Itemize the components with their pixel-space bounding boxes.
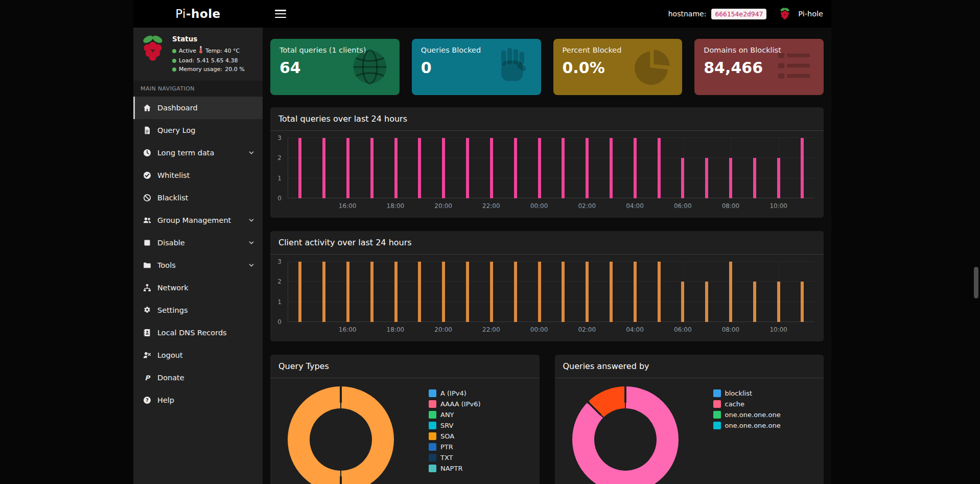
sidebar-item-network[interactable]: Network <box>133 276 263 299</box>
x-tick-label: 04:00 <box>626 202 644 210</box>
queries-answered-panel: Queries answered by blocklistcacheone.on… <box>555 355 824 484</box>
plot-area <box>288 262 814 322</box>
pihole-logo-icon <box>139 34 166 65</box>
gears-icon <box>142 306 152 314</box>
legend-item[interactable]: cache <box>713 400 781 408</box>
bar <box>514 262 517 322</box>
sidebar-item-donate[interactable]: P Donate <box>133 366 263 389</box>
bar <box>514 138 517 198</box>
legend-item[interactable]: AAAA (IPv6) <box>429 400 481 408</box>
legend-item[interactable]: NAPTR <box>429 465 481 472</box>
bar <box>442 138 445 198</box>
scrollbar-thumb[interactable] <box>974 267 978 298</box>
chevron-down-icon <box>248 262 254 268</box>
bar <box>586 262 589 322</box>
sidebar-item-label: Donate <box>157 374 256 382</box>
legend-item[interactable]: one.one.one.one <box>713 422 781 429</box>
sidebar-item-group-management[interactable]: Group Management <box>133 209 263 232</box>
x-tick-label: 18:00 <box>387 202 405 210</box>
top-navbar: Pi-hole hostname: 666154e2d947 Pi-hole <box>133 0 831 28</box>
total-queries-card[interactable]: Total queries (1 clients) 64 <box>270 39 400 95</box>
bar <box>705 158 708 198</box>
panel-title: Queries answered by <box>555 355 824 378</box>
sidebar-item-settings[interactable]: Settings <box>133 299 263 321</box>
stop-icon <box>142 239 152 247</box>
y-tick-label: 2 <box>277 278 282 285</box>
svg-text:?: ? <box>146 397 149 403</box>
app-window: Pi-hole hostname: 666154e2d947 Pi-hole <box>133 0 831 484</box>
ban-icon <box>142 194 152 202</box>
legend-item[interactable]: one.one.one.one <box>713 411 781 419</box>
legend-item[interactable]: PTR <box>429 443 481 451</box>
clock-icon <box>142 149 152 157</box>
sidebar-item-logout[interactable]: Logout <box>133 344 263 366</box>
total-queries-chart[interactable]: 0123 16:0018:0020:0022:0000:0002:0004:00… <box>270 131 824 218</box>
query-types-panel: Query Types A (IPv4)AAAA (IPv6)ANYSRVSOA… <box>270 355 540 484</box>
sidebar-item-blacklist[interactable]: Blacklist <box>133 187 263 209</box>
x-axis: 16:0018:0020:0022:0000:0002:0004:0006:00… <box>288 324 814 336</box>
legend-label: one.one.one.one <box>725 411 781 419</box>
sidebar-item-long-term-data[interactable]: Long term data <box>133 142 263 164</box>
domains-blocklist-card[interactable]: Domains on Blocklist 84,466 <box>694 39 824 95</box>
bar <box>801 282 804 322</box>
bar <box>466 262 469 322</box>
x-tick-label: 00:00 <box>530 202 548 210</box>
bar <box>490 138 493 198</box>
x-tick-label: 10:00 <box>769 326 787 333</box>
query-types-donut[interactable] <box>288 386 394 484</box>
sidebar-item-tools[interactable]: Tools <box>133 254 263 276</box>
queries-blocked-card[interactable]: Queries Blocked 0 <box>412 39 541 95</box>
sidebar-item-local-dns-records[interactable]: Local DNS Records <box>133 321 263 344</box>
legend-label: PTR <box>440 443 453 451</box>
bar <box>634 262 637 322</box>
bar <box>753 158 756 198</box>
sidebar-item-dashboard[interactable]: Dashboard <box>133 97 263 119</box>
bar <box>370 138 374 198</box>
sidebar-item-label: Query Log <box>157 126 256 134</box>
bar <box>610 138 613 198</box>
legend-item[interactable]: blocklist <box>713 389 781 397</box>
query-types-chart[interactable]: A (IPv4)AAAA (IPv6)ANYSRVSOAPTRTXTNAPTR <box>270 378 540 484</box>
x-tick-label: 18:00 <box>387 326 405 333</box>
svg-text:P: P <box>145 374 151 382</box>
sidebar-item-disable[interactable]: Disable <box>133 232 263 254</box>
legend-item[interactable]: SRV <box>429 422 481 429</box>
bar <box>418 138 421 198</box>
x-tick-label: 04:00 <box>626 326 644 333</box>
raspberry-icon <box>779 7 791 20</box>
sidebar-item-help[interactable]: ? Help <box>133 389 263 411</box>
home-icon <box>142 104 152 112</box>
queries-answered-donut[interactable] <box>572 386 679 484</box>
legend-item[interactable]: SOA <box>429 432 481 440</box>
folder-icon <box>142 261 152 269</box>
y-tick-label: 0 <box>277 318 282 326</box>
status-ok-icon <box>172 67 176 72</box>
brand-logo[interactable]: Pi-hole <box>133 7 263 20</box>
client-activity-chart[interactable]: 0123 16:0018:0020:0022:0000:0002:0004:00… <box>270 255 824 341</box>
legend-swatch <box>429 443 436 451</box>
chevron-down-icon <box>248 240 254 246</box>
bar <box>538 262 541 322</box>
bar <box>729 158 732 198</box>
hamburger-menu-icon[interactable] <box>275 10 286 18</box>
memory-label: Memory usage: <box>179 65 222 74</box>
check-circle-icon <box>142 171 152 179</box>
legend-item[interactable]: A (IPv4) <box>429 389 481 397</box>
percent-blocked-card[interactable]: Percent Blocked 0.0% <box>553 39 683 95</box>
sidebar-item-whitelist[interactable]: Whitelist <box>133 164 263 187</box>
paypal-icon: P <box>142 374 152 382</box>
x-tick-label: 22:00 <box>482 326 500 333</box>
sidebar-item-label: Whitelist <box>157 171 256 179</box>
bar <box>370 262 374 322</box>
legend-label: AAAA (IPv6) <box>440 400 481 408</box>
sidebar-item-query-log[interactable]: Query Log <box>133 119 263 142</box>
legend-label: NAPTR <box>440 465 462 472</box>
chevron-down-icon <box>248 217 254 223</box>
legend-label: TXT <box>440 454 453 462</box>
file-icon <box>142 126 152 134</box>
hostname-badge: 666154e2d947 <box>711 9 766 19</box>
queries-answered-chart[interactable]: blocklistcacheone.one.one.oneone.one.one… <box>555 378 824 484</box>
legend-item[interactable]: ANY <box>429 411 481 419</box>
legend-item[interactable]: TXT <box>429 454 481 462</box>
legend-swatch <box>429 389 436 397</box>
